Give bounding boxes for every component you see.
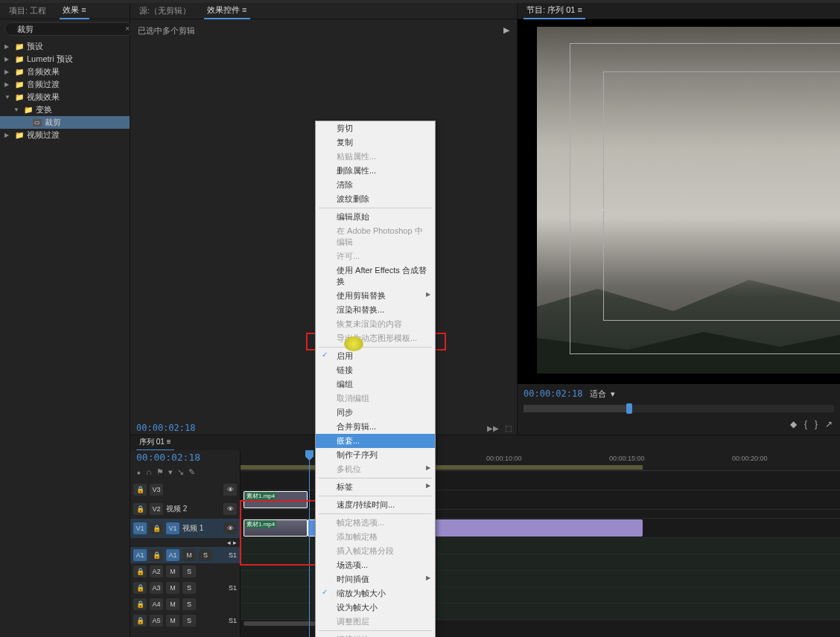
tree-item-裁剪[interactable]: ▭裁剪 bbox=[0, 116, 130, 129]
lock-icon[interactable]: 🔒 bbox=[133, 566, 147, 577]
menu-item[interactable]: 设为帧大小 bbox=[316, 601, 435, 615]
tree-item-预设[interactable]: ▶📁预设 bbox=[0, 40, 130, 53]
track-name[interactable]: V1 bbox=[166, 522, 179, 534]
eye-icon[interactable]: 👁 bbox=[223, 484, 237, 496]
timeline-tool[interactable]: ↘ bbox=[177, 467, 184, 477]
lock-icon[interactable]: 🔒 bbox=[150, 549, 163, 561]
tree-item-Lumetri 预设[interactable]: ▶📁Lumetri 预设 bbox=[0, 53, 130, 65]
menu-item[interactable]: 清除 bbox=[316, 178, 435, 192]
audio-track-header[interactable]: 🔒A2MS bbox=[130, 563, 240, 580]
menu-item[interactable]: 剪切 bbox=[316, 121, 435, 135]
mute-button[interactable]: M bbox=[182, 549, 196, 561]
scrub-handle[interactable] bbox=[626, 403, 632, 414]
clip-v1a[interactable]: 素材1.mp4 bbox=[244, 519, 308, 537]
ec-btn-1-icon[interactable]: ▶▶ bbox=[487, 424, 499, 432]
menu-item[interactable]: 波纹删除 bbox=[316, 192, 435, 206]
lock-icon[interactable]: 🔒 bbox=[133, 503, 147, 515]
tree-item-视频效果[interactable]: ▼📁视频效果 bbox=[0, 91, 130, 103]
transport-button[interactable]: ↗ bbox=[825, 419, 833, 429]
tree-item-变换[interactable]: ▼📁变换 bbox=[0, 103, 130, 116]
clear-search-icon[interactable]: × bbox=[125, 25, 130, 33]
ec-btn-2-icon[interactable]: ⬚ bbox=[505, 424, 512, 432]
audio-track-header[interactable]: A1🔒A1MSS1 bbox=[130, 547, 240, 563]
timeline-tool[interactable]: ✎ bbox=[188, 467, 195, 477]
menu-item[interactable]: 同步 bbox=[316, 406, 435, 420]
track-name[interactable]: A5 bbox=[150, 615, 163, 627]
lock-icon[interactable]: 🔒 bbox=[133, 615, 147, 627]
video-track-header[interactable]: 🔒V2视频 2👁 bbox=[130, 499, 240, 519]
clip-v2[interactable]: 素材1.mp4 bbox=[244, 491, 308, 508]
video-track-header[interactable]: 🔒V3👁 bbox=[130, 480, 240, 499]
menu-item[interactable]: 缩放为帧大小✓ bbox=[316, 586, 435, 601]
ruler-tick: 00:00:15:00 bbox=[609, 455, 645, 462]
program-video[interactable]: + bbox=[518, 19, 840, 384]
menu-item[interactable]: 链接 bbox=[316, 363, 435, 377]
mute-button[interactable]: M bbox=[166, 582, 179, 594]
tree-item-音频过渡[interactable]: ▶📁音频过渡 bbox=[0, 78, 130, 91]
eye-icon[interactable]: 👁 bbox=[223, 503, 237, 515]
mute-button[interactable]: M bbox=[166, 615, 179, 627]
menu-item[interactable]: 时间插值▶ bbox=[316, 572, 435, 586]
menu-item[interactable]: 合并剪辑... bbox=[316, 420, 435, 434]
menu-item[interactable]: 嵌套... bbox=[316, 434, 435, 448]
track-target[interactable]: A1 bbox=[133, 549, 147, 561]
ec-arrow-icon[interactable]: ▶ bbox=[503, 25, 509, 36]
tree-item-音频效果[interactable]: ▶📁音频效果 bbox=[0, 65, 130, 78]
menu-item[interactable]: 复制 bbox=[316, 135, 435, 150]
transport-button[interactable]: { bbox=[804, 419, 807, 429]
effects-search-input[interactable] bbox=[4, 22, 133, 36]
solo-button[interactable]: S bbox=[182, 566, 196, 577]
mute-button[interactable]: M bbox=[166, 566, 179, 577]
track-name[interactable]: A2 bbox=[150, 566, 163, 577]
transport-button[interactable]: ◆ bbox=[790, 419, 797, 429]
track-name[interactable]: A1 bbox=[166, 549, 179, 561]
eye-icon[interactable]: 👁 bbox=[223, 522, 237, 534]
effects-tab[interactable]: 效果 ≡ bbox=[60, 2, 89, 19]
zoom-select[interactable]: 适合▾ bbox=[590, 388, 615, 400]
audio-track-header[interactable]: 🔒A4MS bbox=[130, 596, 240, 612]
lock-icon[interactable]: 🔒 bbox=[150, 522, 163, 534]
timeline-tool[interactable]: ∩ bbox=[146, 467, 152, 477]
track-target[interactable]: V1 bbox=[133, 522, 147, 534]
menu-item[interactable]: 启用✓ bbox=[316, 349, 435, 363]
tree-item-视频过渡[interactable]: ▶📁视频过渡 bbox=[0, 129, 130, 141]
lock-icon[interactable]: 🔒 bbox=[133, 582, 147, 594]
lock-icon[interactable]: 🔒 bbox=[133, 598, 147, 610]
menu-item[interactable]: 制作子序列 bbox=[316, 448, 435, 462]
transport-button[interactable]: } bbox=[815, 419, 818, 429]
solo-button[interactable]: S bbox=[182, 582, 196, 594]
program-timecode[interactable]: 00:00:02:18 bbox=[524, 388, 582, 399]
menu-item[interactable]: 速度/持续时间... bbox=[316, 498, 435, 512]
menu-item[interactable]: 编辑原始 bbox=[316, 210, 435, 224]
program-scrub[interactable] bbox=[524, 405, 834, 412]
menu-item[interactable]: 编组 bbox=[316, 377, 435, 391]
effect-controls-tab[interactable]: 效果控件 ≡ bbox=[204, 2, 249, 19]
menu-item[interactable]: 删除属性... bbox=[316, 164, 435, 178]
source-tab[interactable]: 源:（无剪辑） bbox=[136, 3, 194, 19]
audio-track-header[interactable]: 🔒A5MSS1 bbox=[130, 612, 240, 629]
menu-item[interactable]: 使用剪辑替换▶ bbox=[316, 289, 435, 303]
mute-button[interactable]: M bbox=[166, 598, 179, 610]
program-tab[interactable]: 节目: 序列 01 ≡ bbox=[524, 2, 585, 19]
sequence-tab[interactable]: 序列 01 ≡ bbox=[136, 435, 174, 451]
menu-item[interactable]: 标签▶ bbox=[316, 480, 435, 494]
track-name[interactable]: A3 bbox=[150, 582, 163, 594]
timeline-tool[interactable]: ⚑ bbox=[156, 467, 164, 477]
audio-track-header[interactable]: 🔒A3MSS1 bbox=[130, 580, 240, 596]
timeline-tool[interactable]: ▾ bbox=[168, 467, 173, 477]
solo-button[interactable]: S bbox=[199, 549, 212, 561]
timeline-timecode[interactable]: 00:00:02:18 bbox=[130, 450, 240, 464]
solo-button[interactable]: S bbox=[182, 615, 196, 627]
check-icon: ✓ bbox=[322, 350, 328, 359]
menu-item[interactable]: 场选项... bbox=[316, 558, 435, 572]
track-name[interactable]: V3 bbox=[150, 484, 163, 496]
track-name[interactable]: A4 bbox=[150, 598, 163, 610]
track-name[interactable]: V2 bbox=[150, 503, 163, 515]
project-tab[interactable]: 项目: 工程 bbox=[6, 3, 49, 19]
timeline-tool[interactable]: ⬥ bbox=[136, 467, 141, 477]
solo-button[interactable]: S bbox=[182, 598, 196, 610]
menu-item[interactable]: 渲染和替换... bbox=[316, 303, 435, 317]
menu-item[interactable]: 使用 After Effects 合成替换 bbox=[316, 263, 435, 289]
lock-icon[interactable]: 🔒 bbox=[133, 484, 147, 496]
video-track-header[interactable]: V1🔒V1视频 1👁 bbox=[130, 519, 240, 538]
